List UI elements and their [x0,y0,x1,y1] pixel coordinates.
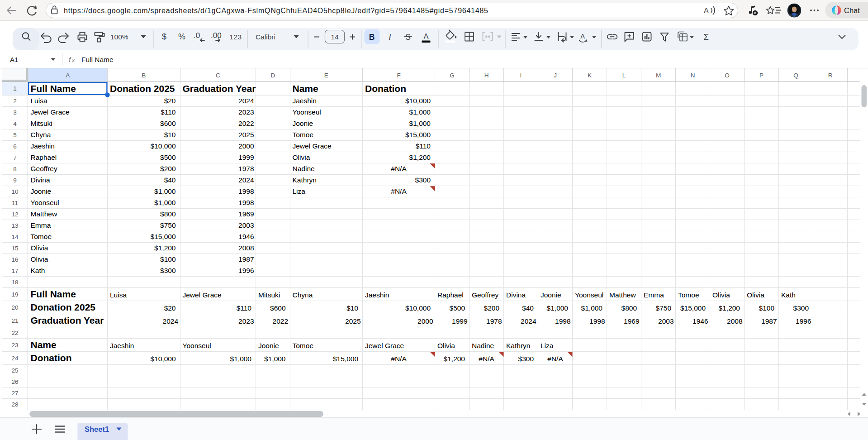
svg-text:Luisa: Luisa [31,97,47,105]
svg-text:$10: $10 [164,131,176,139]
svg-text:#N/A: #N/A [547,355,563,363]
svg-text:Olivia: Olivia [712,291,730,299]
svg-text:Kathryn: Kathryn [506,342,530,349]
svg-text:$1,000: $1,000 [154,199,176,206]
svg-text:1998: 1998 [555,317,570,325]
svg-text:1969: 1969 [238,210,254,218]
svg-text:$750: $750 [656,304,672,312]
svg-text:2025: 2025 [238,131,254,139]
svg-text:$200: $200 [484,304,500,312]
svg-text:$300: $300 [160,267,176,274]
svg-text:$300: $300 [793,304,809,312]
svg-text:1999: 1999 [452,317,467,325]
svg-text:$10: $10 [346,304,358,312]
svg-text:$15,000: $15,000 [150,233,175,240]
svg-text:$1,000: $1,000 [409,120,431,127]
svg-text:$20: $20 [164,304,176,312]
svg-text:$100: $100 [160,255,176,263]
svg-text:Geoffrey: Geoffrey [472,291,498,299]
svg-text:1998: 1998 [238,187,254,195]
svg-text:Kathryn: Kathryn [293,176,317,184]
svg-text:1946: 1946 [693,317,708,325]
svg-text:Yoonseul: Yoonseul [31,199,59,206]
svg-text:2000: 2000 [417,317,433,325]
svg-text:1946: 1946 [238,233,254,240]
svg-text:$110: $110 [161,108,176,116]
svg-text:$1,000: $1,000 [547,304,569,312]
svg-text:$40: $40 [522,304,534,312]
svg-text:Yoonseul: Yoonseul [183,342,211,349]
svg-text:1996: 1996 [796,317,811,325]
svg-text:Graduation Year: Graduation Year [31,315,104,325]
svg-text:2000: 2000 [238,142,254,150]
svg-text:Full Name: Full Name [31,83,76,94]
svg-text:Matthew: Matthew [609,291,636,299]
svg-text:Jaeshin: Jaeshin [110,342,134,349]
svg-text:Olivia: Olivia [31,244,48,252]
svg-text:Divina: Divina [31,176,50,184]
svg-text:Yoonseul: Yoonseul [293,108,321,116]
svg-text:$1,200: $1,200 [719,304,740,312]
svg-text:Mitsuki: Mitsuki [258,291,280,299]
svg-text:$10,000: $10,000 [150,142,175,150]
svg-text:2022: 2022 [273,317,288,325]
svg-text:Olivia: Olivia [293,153,310,161]
svg-text:Joonie: Joonie [31,187,52,195]
svg-text:$10,000: $10,000 [150,355,175,363]
svg-text:$100: $100 [759,304,775,312]
svg-text:$10,000: $10,000 [405,304,431,312]
svg-text:1998: 1998 [589,317,605,325]
svg-text:Jewel Grace: Jewel Grace [31,108,70,116]
svg-text:2023: 2023 [238,108,254,116]
svg-text:Tomoe: Tomoe [293,342,314,349]
svg-text:Name: Name [293,83,318,94]
svg-text:Emma: Emma [644,291,664,299]
svg-text:1978: 1978 [486,317,502,325]
svg-text:Donation 2025: Donation 2025 [31,302,96,312]
svg-text:$110: $110 [416,142,431,150]
svg-text:Olivia: Olivia [437,342,455,349]
svg-text:Olivia: Olivia [31,255,48,263]
svg-text:Kath: Kath [781,291,796,299]
svg-text:$1,000: $1,000 [154,187,176,195]
svg-text:#N/A: #N/A [479,355,494,363]
svg-text:Name: Name [31,340,57,350]
svg-text:Luisa: Luisa [110,291,127,299]
svg-text:$600: $600 [160,120,176,127]
svg-text:2003: 2003 [238,221,254,229]
svg-text:Nadine: Nadine [293,165,315,172]
svg-text:#N/A: #N/A [391,165,407,172]
svg-text:$1,200: $1,200 [444,355,465,363]
svg-text:Raphael: Raphael [31,153,57,161]
svg-text:Jewel Grace: Jewel Grace [293,142,332,150]
svg-text:Nadine: Nadine [472,342,494,349]
svg-text:$20: $20 [164,97,176,105]
svg-text:#N/A: #N/A [391,355,407,363]
svg-text:$800: $800 [621,304,637,312]
svg-text:$15,000: $15,000 [333,355,358,363]
svg-text:Full Name: Full Name [31,289,76,299]
svg-text:Raphael: Raphael [437,291,464,299]
svg-text:Sheet1: Sheet1 [85,425,109,433]
svg-text:Liza: Liza [293,187,306,195]
svg-text:Joonie: Joonie [293,120,313,127]
svg-text:2008: 2008 [727,317,742,325]
svg-text:2024: 2024 [238,176,254,184]
svg-text:Chyna: Chyna [293,291,313,299]
svg-text:Olivia: Olivia [747,291,764,299]
svg-text:Tomoe: Tomoe [678,291,699,299]
svg-text:$500: $500 [450,304,465,312]
svg-text:#N/A: #N/A [391,187,407,195]
svg-text:$1,000: $1,000 [581,304,603,312]
svg-text:$1,200: $1,200 [409,153,431,161]
svg-text:Donation: Donation [31,353,72,363]
svg-text:Jaeshin: Jaeshin [365,291,389,299]
svg-text:$1,000: $1,000 [409,108,431,116]
svg-text:Emma: Emma [31,221,51,229]
svg-text:$300: $300 [518,355,534,363]
svg-text:$110: $110 [237,304,252,312]
svg-text:Divina: Divina [506,291,526,299]
svg-text:1999: 1999 [238,153,254,161]
svg-text:2023: 2023 [238,317,254,325]
svg-text:Matthew: Matthew [31,210,57,218]
